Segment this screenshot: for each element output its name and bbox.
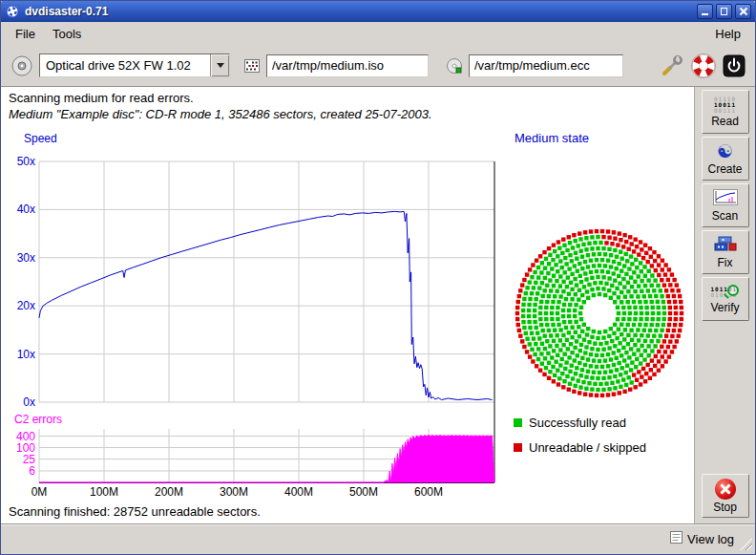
fix-blocks-icon [713, 235, 738, 255]
svg-text:600M: 600M [414, 485, 443, 499]
ecc-file-input[interactable] [469, 54, 623, 77]
legend-row-read: Successfully read [514, 416, 646, 430]
svg-text:300M: 300M [220, 485, 248, 499]
menu-tools[interactable]: Tools [44, 24, 90, 44]
yin-yang-icon: ☯ [717, 142, 733, 161]
drive-selector-value: Optical drive 52X FW 1.02 [40, 54, 210, 76]
verify-button-label: Verify [710, 301, 739, 314]
svg-text:500M: 500M [349, 485, 378, 499]
drive-selector-arrow[interactable] [210, 54, 229, 76]
legend-label-unreadable: Unreadable / skipped [529, 440, 646, 455]
app-icon [5, 4, 20, 19]
titlebar: dvdisaster-0.71 [1, 1, 755, 22]
svg-text:200M: 200M [155, 485, 183, 499]
dvdisaster-logo-icon[interactable] [690, 53, 717, 79]
drive-icon [10, 54, 33, 77]
svg-text:10x: 10x [17, 348, 35, 361]
svg-text:20x: 20x [17, 299, 35, 312]
svg-text:6: 6 [29, 464, 35, 478]
iso-file-input[interactable] [266, 54, 429, 77]
svg-text:30x: 30x [17, 251, 35, 265]
menubar: File Tools Help [1, 22, 755, 45]
medium-state-label: Medium state [514, 131, 589, 145]
main-area: Scanning medium for read errors. Medium … [1, 87, 755, 523]
create-button-label: Create [707, 162, 742, 176]
scan-button[interactable]: Scan [702, 183, 749, 227]
resize-grip[interactable] [740, 538, 752, 550]
window-title: dvdisaster-0.71 [25, 5, 697, 18]
action-sidebar: 01110 10011 00111 Read ☯ Create [694, 87, 755, 523]
window-controls [697, 4, 751, 19]
preferences-wrench-icon[interactable] [660, 53, 684, 78]
read-button-label: Read [711, 115, 739, 128]
maximize-button[interactable] [716, 4, 732, 19]
svg-text:50x: 50x [17, 155, 35, 168]
legend-swatch-read [514, 418, 522, 427]
chevron-down-icon [217, 63, 224, 68]
scan-panel: Scanning medium for read errors. Medium … [1, 87, 694, 523]
svg-text:0x: 0x [23, 395, 35, 409]
verify-magnifier-icon: 101101 010110 [711, 285, 740, 300]
create-button[interactable]: ☯ Create [702, 137, 749, 181]
svg-text:400M: 400M [284, 485, 313, 499]
menu-file[interactable]: File [7, 24, 44, 44]
quit-power-icon[interactable] [723, 54, 746, 77]
app-window: dvdisaster-0.71 File Tools Help Optical … [0, 0, 756, 555]
svg-text:100M: 100M [90, 485, 118, 499]
svg-text:C2 errors: C2 errors [14, 413, 62, 426]
stop-button[interactable]: Stop [702, 474, 749, 518]
minimize-icon [702, 13, 708, 15]
svg-text:25: 25 [23, 453, 36, 466]
iso-image-icon [243, 57, 261, 75]
maximize-icon [721, 8, 727, 15]
close-button[interactable] [735, 4, 751, 19]
svg-text:40x: 40x [17, 203, 35, 216]
medium-info-text: Medium "Example disc": CD-R mode 1, 3524… [9, 107, 432, 121]
view-log-label: View log [687, 532, 734, 546]
svg-text:100: 100 [16, 441, 35, 455]
medium-state-legend: Successfully read Unreadable / skipped [514, 416, 646, 465]
fix-button-label: Fix [718, 256, 733, 269]
stop-icon [715, 479, 736, 500]
minimize-button[interactable] [697, 4, 713, 19]
toolbar: Optical drive 52X FW 1.02 [1, 45, 755, 87]
svg-text:Speed: Speed [24, 132, 57, 145]
svg-text:0M: 0M [32, 485, 48, 499]
speed-c2-chart: 0x10x20x30x40x50x6251004000M100M200M300M… [1, 129, 501, 503]
scan-status-text: Scanning medium for read errors. [9, 91, 194, 105]
footer-bar: View log [1, 523, 755, 553]
legend-swatch-unreadable [514, 443, 522, 452]
svg-text:400: 400 [16, 430, 35, 443]
drive-selector[interactable]: Optical drive 52X FW 1.02 [39, 53, 230, 77]
binary-read-icon: 01110 10011 00111 [714, 96, 736, 114]
scan-chart-icon [713, 189, 738, 208]
fix-button[interactable]: Fix [702, 230, 749, 274]
legend-label-read: Successfully read [529, 416, 626, 430]
ecc-file-icon [446, 57, 463, 75]
view-log-button[interactable]: View log [670, 531, 734, 546]
log-window-icon [670, 531, 682, 546]
legend-row-unreadable: Unreadable / skipped [514, 440, 646, 455]
menu-help[interactable]: Help [706, 24, 749, 44]
scan-result-text: Scanning finished: 28752 unreadable sect… [9, 504, 261, 519]
read-button[interactable]: 01110 10011 00111 Read [702, 90, 749, 134]
scan-button-label: Scan [712, 209, 738, 223]
verify-button[interactable]: 101101 010110 Verify [702, 277, 749, 321]
medium-state-disc [509, 223, 690, 404]
stop-button-label: Stop [713, 501, 737, 514]
